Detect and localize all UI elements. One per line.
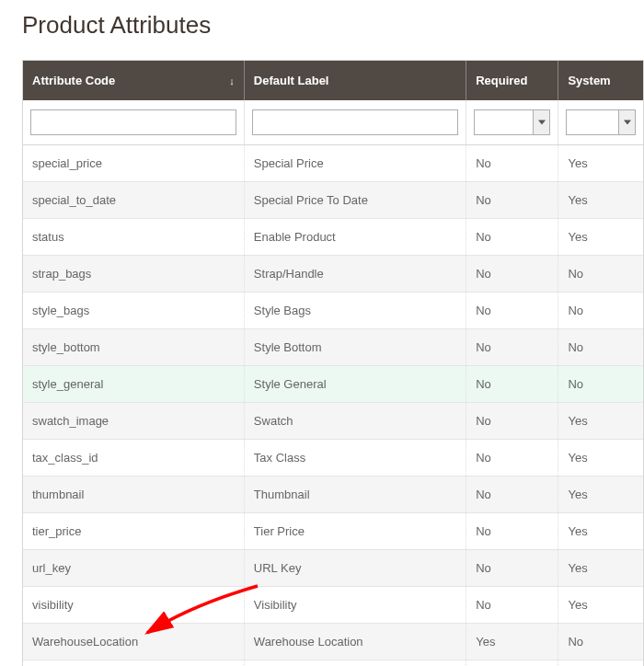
filter-required-select[interactable]	[474, 109, 550, 135]
table-row[interactable]: special_priceSpecial PriceNoYes	[23, 145, 643, 182]
cell-required: No	[466, 660, 558, 667]
cell-required: No	[466, 550, 558, 587]
cell-label: Warehouse Location	[244, 624, 466, 660]
cell-system: Yes	[558, 587, 643, 624]
cell-system: Yes	[558, 660, 643, 667]
column-header-label: Attribute Code	[32, 74, 115, 87]
column-header-attribute-code[interactable]: Attribute Code ↓	[23, 61, 244, 100]
table-row[interactable]: special_to_dateSpecial Price To DateNoYe…	[23, 182, 643, 219]
filter-attribute-code-input[interactable]	[30, 109, 236, 135]
table-row[interactable]: visibilityVisibilityNoYes	[23, 587, 643, 624]
cell-required: No	[466, 329, 558, 366]
column-header-system[interactable]: System	[558, 61, 643, 100]
cell-system: No	[558, 366, 643, 403]
cell-system: Yes	[558, 219, 643, 256]
cell-code: style_bags	[23, 293, 244, 329]
cell-code: style_bottom	[23, 329, 244, 366]
cell-code: special_to_date	[23, 182, 244, 219]
cell-system: Yes	[558, 145, 643, 182]
cell-required: No	[466, 366, 558, 403]
cell-required: No	[466, 256, 558, 293]
table-row[interactable]: tier_priceTier PriceNoYes	[23, 513, 643, 550]
table-row[interactable]: style_bagsStyle BagsNoNo	[23, 293, 643, 329]
table-row[interactable]: url_keyURL KeyNoYes	[23, 550, 643, 587]
cell-system: Yes	[558, 182, 643, 219]
cell-label: Special Price	[244, 145, 466, 182]
cell-system: No	[558, 256, 643, 293]
sort-descending-icon: ↓	[229, 75, 235, 86]
cell-code: swatch_image	[23, 403, 244, 440]
cell-system: No	[558, 293, 643, 329]
cell-required: Yes	[466, 624, 558, 660]
column-header-required[interactable]: Required	[466, 61, 558, 100]
cell-label: Swatch	[244, 403, 466, 440]
cell-code: visibility	[23, 587, 244, 624]
filter-row	[23, 100, 643, 145]
table-row[interactable]: style_bottomStyle BottomNoNo	[23, 329, 643, 366]
cell-code: tax_class_id	[23, 440, 244, 477]
table-row[interactable]: WarehouseLocationWarehouse LocationYesNo	[23, 624, 643, 660]
cell-label: Special Price To Date	[244, 182, 466, 219]
cell-label: Style Bottom	[244, 329, 466, 366]
cell-required: No	[466, 477, 558, 513]
cell-required: No	[466, 440, 558, 477]
cell-label: Tier Price	[244, 513, 466, 550]
cell-system: Yes	[558, 477, 643, 513]
cell-code: special_price	[23, 145, 244, 182]
column-header-label: Required	[476, 74, 527, 87]
table-row[interactable]: swatch_imageSwatchNoYes	[23, 403, 643, 440]
cell-code: style_general	[23, 366, 244, 403]
cell-label: Tax Class	[244, 440, 466, 477]
cell-code: WarehouseLocation	[23, 624, 244, 660]
cell-code: status	[23, 219, 244, 256]
cell-system: Yes	[558, 550, 643, 587]
table-row[interactable]: tax_class_idTax ClassNoYes	[23, 440, 643, 477]
cell-code: tier_price	[23, 513, 244, 550]
table-row[interactable]: thumbnailThumbnailNoYes	[23, 477, 643, 513]
page-title: Product Attributes	[22, 11, 644, 40]
cell-system: Yes	[558, 403, 643, 440]
table-row[interactable]: statusEnable ProductNoYes	[23, 219, 643, 256]
column-header-label: System	[568, 74, 610, 87]
table-row[interactable]: style_generalStyle GeneralNoNo	[23, 366, 643, 403]
cell-label: Enable Product	[244, 219, 466, 256]
table-row[interactable]: strap_bagsStrap/HandleNoNo	[23, 256, 643, 293]
column-header-label: Default Label	[254, 74, 329, 87]
table-row[interactable]: weightWeightNoYes	[23, 660, 643, 667]
cell-label: URL Key	[244, 550, 466, 587]
cell-required: No	[466, 145, 558, 182]
filter-default-label-input[interactable]	[252, 109, 458, 135]
cell-required: No	[466, 219, 558, 256]
cell-code: thumbnail	[23, 477, 244, 513]
cell-label: Visibility	[244, 587, 466, 624]
filter-system-select[interactable]	[566, 109, 636, 135]
cell-required: No	[466, 403, 558, 440]
column-header-default-label[interactable]: Default Label	[244, 61, 466, 100]
cell-required: No	[466, 513, 558, 550]
cell-label: Style Bags	[244, 293, 466, 329]
cell-label: Strap/Handle	[244, 256, 466, 293]
cell-required: No	[466, 587, 558, 624]
cell-required: No	[466, 293, 558, 329]
cell-code: strap_bags	[23, 256, 244, 293]
cell-code: weight	[23, 660, 244, 667]
cell-system: Yes	[558, 513, 643, 550]
cell-system: Yes	[558, 440, 643, 477]
cell-system: No	[558, 624, 643, 660]
cell-code: url_key	[23, 550, 244, 587]
cell-label: Thumbnail	[244, 477, 466, 513]
cell-required: No	[466, 182, 558, 219]
cell-system: No	[558, 329, 643, 366]
attributes-grid: Attribute Code ↓ Default Label Required …	[22, 60, 644, 666]
cell-label: Style General	[244, 366, 466, 403]
cell-label: Weight	[244, 660, 466, 667]
